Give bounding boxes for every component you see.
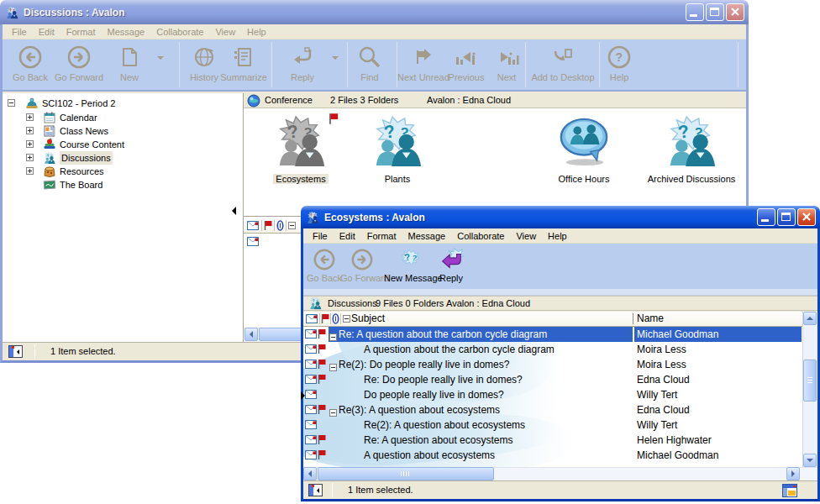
collapse-all-icon[interactable] (288, 222, 296, 229)
menu-help[interactable]: Help (241, 27, 272, 37)
message-row[interactable]: A question about the carbon cycle diagra… (303, 342, 802, 357)
next-unread-button[interactable]: Next Unread (397, 42, 448, 82)
discussions-titlebar[interactable]: Discussions : Avalon (0, 0, 749, 24)
discussions-info-bar: Discussions 9 Files 0 Folders Avalon : E… (303, 296, 817, 311)
menu-view[interactable]: View (209, 27, 241, 37)
go-forward-button[interactable]: Go Forward (340, 246, 384, 283)
expand-box-icon[interactable] (26, 113, 34, 121)
menu-message[interactable]: Message (402, 231, 452, 241)
previous-button[interactable]: Previous (446, 42, 486, 82)
menu-collaborate[interactable]: Collaborate (150, 27, 209, 37)
toolbar: Go Back Go Forward ?? New Message (303, 244, 817, 289)
menu-format[interactable]: Format (60, 27, 102, 37)
list-position-marker (232, 207, 236, 215)
find-button[interactable]: Find (350, 42, 390, 82)
add-to-desktop-button[interactable]: Add to Desktop (527, 42, 599, 82)
new-message-button[interactable]: ?? New Message (384, 246, 438, 283)
message-row[interactable]: Do people really live in domes? Willy Te… (303, 387, 802, 402)
message-row[interactable]: Re(2): A question about ecosystems Willy… (303, 417, 802, 433)
go-back-button[interactable]: Go Back (305, 246, 344, 283)
message-row[interactable]: A question about ecosystems Michael Good… (303, 448, 802, 463)
menu-view[interactable]: View (510, 231, 542, 241)
menu-collaborate[interactable]: Collaborate (451, 231, 510, 241)
scroll-up-button[interactable] (803, 312, 817, 325)
toolbar: Go Back Go Forward New His (3, 39, 746, 92)
conference-item-office-hours[interactable]: Office Hours (529, 115, 639, 186)
close-button[interactable] (797, 208, 816, 226)
envelope-icon (305, 450, 317, 459)
go-forward-button[interactable]: Go Forward (53, 42, 105, 82)
envelope-icon (305, 420, 317, 429)
name-column-header[interactable]: Name (637, 312, 664, 324)
flag-icon (318, 374, 326, 385)
subject-column-header[interactable]: Subject (351, 312, 385, 324)
reply-button[interactable]: Reply (432, 246, 470, 283)
menu-format[interactable]: Format (361, 231, 402, 241)
statusbar: 1 Item selected. (303, 480, 817, 499)
collapse-box-icon[interactable] (8, 99, 15, 107)
pane-counts: 2 Files 3 Folders (330, 95, 398, 105)
close-button[interactable] (726, 3, 744, 21)
menubar: File Edit Format Message Collaborate Vie… (3, 24, 746, 39)
next-button[interactable]: Next (486, 42, 527, 82)
message-row[interactable]: Re: A question about the carbon cycle di… (303, 327, 802, 342)
envelope-icon (306, 314, 318, 323)
split-view-icon[interactable] (308, 484, 323, 496)
go-forward-icon (53, 42, 105, 72)
flag-icon (321, 313, 329, 324)
status-text: 1 Item selected. (50, 346, 116, 356)
maximize-button[interactable] (706, 3, 724, 21)
summarize-button[interactable]: Summarize (218, 42, 270, 82)
conference-item-archived-discussions[interactable]: Archived Discussions (637, 115, 746, 186)
view-grid-icon[interactable] (782, 484, 797, 497)
list-position-marker (301, 391, 305, 400)
reply-dropdown-icon[interactable] (332, 56, 339, 63)
reply-button[interactable]: Reply (278, 42, 327, 82)
help-button[interactable]: ? Help (601, 42, 638, 82)
message-row[interactable]: Re(3): A question about ecosystems Edna … (303, 402, 802, 417)
horizontal-scrollbar[interactable] (303, 467, 817, 480)
list-header[interactable]: Subject Name (303, 312, 802, 327)
expand-box-icon[interactable] (26, 127, 34, 134)
expand-box-icon[interactable] (26, 140, 34, 148)
new-button[interactable]: New (105, 42, 154, 82)
menu-file[interactable]: File (6, 27, 33, 37)
menu-file[interactable]: File (307, 231, 334, 241)
expand-box-icon[interactable] (26, 167, 34, 175)
expand-box-icon[interactable] (26, 154, 34, 161)
maximize-button[interactable] (777, 208, 796, 226)
scroll-left-button[interactable] (244, 328, 258, 341)
scroll-left-button[interactable] (303, 467, 317, 480)
envelope-icon (247, 221, 259, 230)
message-row[interactable]: Re: Do people really live in domes? Edna… (303, 372, 802, 387)
scrollbar-thumb[interactable] (803, 360, 817, 402)
flag-icon (318, 449, 326, 460)
collapse-all-icon[interactable] (343, 315, 350, 323)
conference-item-plants[interactable]: Plants (351, 115, 444, 186)
envelope-icon (305, 435, 317, 444)
message-list: Subject Name Re: A question about the ca… (303, 312, 817, 467)
scroll-right-button[interactable] (786, 467, 800, 480)
news-icon (43, 124, 56, 138)
vertical-scrollbar[interactable] (802, 312, 817, 467)
go-back-button[interactable]: Go Back (8, 42, 53, 82)
message-row[interactable]: Re(2): Do people really live in domes? M… (303, 357, 802, 372)
menu-message[interactable]: Message (102, 27, 151, 37)
minimize-button[interactable] (686, 3, 704, 21)
conference-item-ecosystems[interactable]: Ecosystems (255, 115, 347, 186)
scroll-down-button[interactable] (803, 454, 817, 467)
menu-edit[interactable]: Edit (33, 27, 60, 37)
new-document-icon (105, 42, 154, 72)
ecosystems-titlebar[interactable]: Ecosystems : Avalon (301, 206, 820, 228)
discussion-people-icon (270, 115, 332, 167)
toolbar-separator (599, 42, 600, 87)
minimize-button[interactable] (757, 208, 775, 226)
menu-help[interactable]: Help (542, 231, 573, 241)
menu-edit[interactable]: Edit (334, 231, 361, 241)
window-title: Ecosystems : Avalon (324, 212, 425, 223)
split-view-icon[interactable] (8, 345, 23, 358)
flag-icon (318, 328, 326, 339)
message-row[interactable]: Re: A question about ecosystems Helen Hi… (303, 433, 802, 448)
scrollbar-thumb[interactable] (318, 467, 494, 480)
new-dropdown-icon[interactable] (157, 56, 164, 63)
